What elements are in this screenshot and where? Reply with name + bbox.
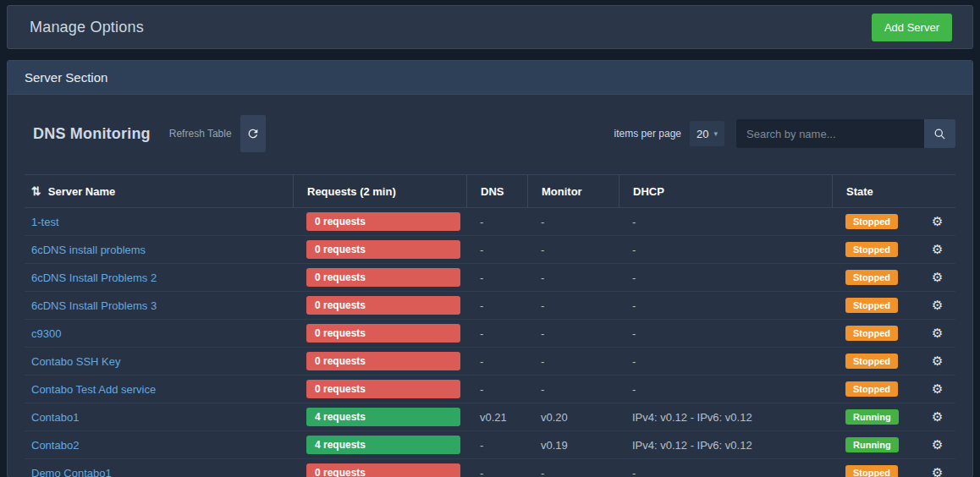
- monitor-version: v0.19: [527, 431, 619, 458]
- dhcp-version: -: [619, 459, 832, 477]
- section-title: Server Section: [25, 70, 107, 85]
- dhcp-version: IPv4: v0.12 - IPv6: v0.12: [619, 403, 832, 430]
- chevron-down-icon: ▾: [713, 129, 718, 138]
- refresh-button[interactable]: [240, 115, 266, 152]
- gear-icon[interactable]: ⚙: [932, 242, 943, 257]
- dns-version: -: [466, 320, 527, 347]
- server-name-link[interactable]: Demo Contabo1: [31, 467, 112, 477]
- table-row: Contabo2 4 requests - v0.19 IPv4: v0.12 …: [25, 431, 955, 459]
- monitor-version: -: [527, 376, 619, 403]
- dhcp-version: -: [619, 292, 832, 319]
- table-row: Contabo1 4 requests v0.21 v0.20 IPv4: v0…: [25, 403, 955, 431]
- monitor-version: -: [527, 292, 619, 319]
- dns-version: -: [466, 348, 527, 375]
- dhcp-version: -: [619, 236, 832, 263]
- monitor-version: -: [527, 264, 619, 291]
- server-name-link[interactable]: Contabo1: [31, 411, 79, 424]
- table-row: 6cDNS Install Problems 2 0 requests - - …: [25, 264, 955, 292]
- items-per-page-select[interactable]: 20 ▾: [690, 121, 724, 146]
- items-per-page-value: 20: [696, 128, 708, 140]
- server-name-link[interactable]: Contabo2: [31, 439, 79, 452]
- sort-icon[interactable]: ⇅: [31, 184, 41, 198]
- requests-badge: 4 requests: [306, 408, 460, 426]
- state-badge: Stopped: [845, 242, 898, 257]
- dhcp-version: -: [619, 376, 832, 403]
- state-badge: Running: [845, 409, 899, 425]
- table-row: 6cDNS install problems 0 requests - - - …: [25, 236, 955, 264]
- monitor-version: -: [527, 320, 619, 347]
- requests-badge: 0 requests: [306, 352, 460, 370]
- monitor-version: -: [527, 236, 619, 263]
- server-name-link[interactable]: c9300: [31, 327, 61, 340]
- monitor-version: -: [527, 348, 619, 375]
- dns-version: v0.21: [466, 403, 527, 430]
- requests-badge: 0 requests: [306, 296, 460, 315]
- dns-version: -: [466, 376, 527, 403]
- search-input[interactable]: [736, 119, 924, 148]
- column-header-monitor[interactable]: Monitor: [527, 175, 619, 207]
- table-row: Contabo Test Add service 0 requests - - …: [25, 376, 955, 403]
- column-header-actions: [906, 175, 955, 207]
- gear-icon[interactable]: ⚙: [932, 298, 943, 313]
- search-button[interactable]: [924, 119, 955, 148]
- dns-version: -: [466, 264, 527, 291]
- state-badge: Stopped: [845, 326, 898, 341]
- state-badge: Stopped: [845, 270, 898, 285]
- dhcp-version: -: [619, 320, 832, 347]
- table-row: Contabo SSH Key 0 requests - - - Stopped…: [25, 348, 955, 376]
- requests-badge: 0 requests: [306, 268, 460, 287]
- table-row: 6cDNS Install Problems 3 0 requests - - …: [25, 292, 955, 320]
- dns-version: -: [466, 459, 527, 477]
- dns-version: -: [466, 431, 527, 458]
- refresh-icon: [246, 127, 260, 140]
- state-badge: Stopped: [845, 298, 898, 313]
- gear-icon[interactable]: ⚙: [932, 409, 943, 425]
- gear-icon[interactable]: ⚙: [932, 270, 943, 285]
- server-table: ⇅ Server Name Requests (2 min) DNS Monit…: [25, 174, 955, 477]
- add-server-button[interactable]: Add Server: [872, 14, 952, 41]
- table-row: 1-test 0 requests - - - Stopped ⚙: [25, 208, 955, 236]
- gear-icon[interactable]: ⚙: [932, 381, 943, 397]
- dns-version: -: [466, 208, 527, 235]
- requests-badge: 0 requests: [306, 212, 460, 231]
- gear-icon[interactable]: ⚙: [932, 214, 943, 229]
- dhcp-version: -: [619, 208, 832, 235]
- requests-badge: 0 requests: [306, 380, 460, 398]
- server-section-panel: Server Section DNS Monitoring Refresh Ta…: [7, 60, 973, 477]
- server-name-link[interactable]: 1-test: [31, 216, 59, 228]
- column-header-dns[interactable]: DNS: [466, 175, 527, 207]
- state-badge: Running: [845, 437, 899, 452]
- server-section-header: Server Section: [8, 61, 972, 95]
- search-icon: [933, 128, 946, 140]
- monitor-version: -: [527, 459, 619, 477]
- server-name-link[interactable]: Contabo Test Add service: [31, 383, 156, 396]
- requests-badge: 0 requests: [306, 240, 460, 259]
- server-name-link[interactable]: 6cDNS Install Problems 2: [31, 271, 157, 284]
- search-group: [736, 119, 955, 148]
- server-table-body: 1-test 0 requests - - - Stopped ⚙ 6cDNS …: [25, 208, 955, 477]
- column-header-dhcp[interactable]: DHCP: [619, 175, 832, 207]
- server-name-link[interactable]: 6cDNS Install Problems 3: [31, 299, 157, 312]
- requests-badge: 0 requests: [306, 324, 460, 343]
- requests-badge: 0 requests: [306, 463, 460, 477]
- column-header-requests[interactable]: Requests (2 min): [293, 175, 466, 207]
- page-title: Manage Options: [30, 19, 144, 36]
- server-name-link[interactable]: Contabo SSH Key: [31, 355, 121, 368]
- gear-icon[interactable]: ⚙: [932, 437, 943, 452]
- column-header-state[interactable]: State: [832, 175, 906, 207]
- server-name-link[interactable]: 6cDNS install problems: [31, 244, 146, 256]
- gear-icon[interactable]: ⚙: [932, 326, 943, 341]
- gear-icon[interactable]: ⚙: [932, 354, 943, 369]
- column-header-server-name[interactable]: ⇅ Server Name: [25, 175, 293, 207]
- state-badge: Stopped: [845, 465, 898, 477]
- table-row: c9300 0 requests - - - Stopped ⚙: [25, 320, 955, 348]
- gear-icon[interactable]: ⚙: [932, 465, 943, 477]
- dhcp-version: -: [619, 348, 832, 375]
- table-toolbar: DNS Monitoring Refresh Table items per p…: [25, 115, 955, 152]
- refresh-table-label: Refresh Table: [169, 128, 232, 140]
- state-badge: Stopped: [845, 214, 898, 229]
- panel-body: DNS Monitoring Refresh Table items per p…: [8, 115, 972, 477]
- monitor-version: v0.20: [527, 403, 619, 430]
- dns-version: -: [466, 292, 527, 319]
- dns-monitoring-title: DNS Monitoring: [33, 125, 151, 143]
